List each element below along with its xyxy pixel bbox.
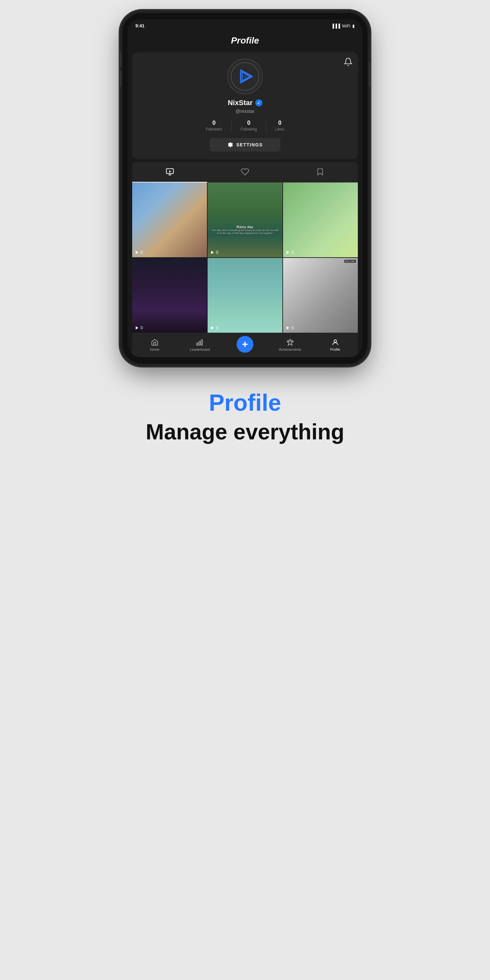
status-bar: 9:41 ▐▐▐ WiFi ▮	[128, 19, 362, 32]
likes-label: Likes	[275, 127, 284, 132]
achievements-icon	[286, 339, 294, 346]
status-icons: ▐▐▐ WiFi ▮	[331, 24, 355, 29]
heart-icon	[241, 168, 249, 176]
svg-point-16	[291, 340, 293, 341]
power-button[interactable]	[369, 61, 371, 87]
volume-up-button[interactable]	[119, 52, 121, 68]
video-count-3: 0	[286, 250, 294, 255]
following-label: Following	[240, 127, 257, 132]
video-count-1: 0	[135, 250, 143, 255]
likes-count: 0	[278, 119, 282, 126]
content-tabs	[132, 162, 358, 183]
achievements-label: Achievements	[279, 347, 301, 352]
bottom-section: Profile Manage everything	[0, 364, 490, 464]
followers-count: 0	[212, 119, 216, 126]
avatar-container	[138, 59, 352, 94]
svg-marker-7	[286, 250, 289, 254]
page-title: Profile	[231, 35, 259, 45]
settings-button[interactable]: SETTINGS	[210, 138, 280, 151]
profile-name-row: NixStar ✓	[138, 99, 352, 107]
svg-marker-8	[136, 326, 138, 329]
video-thumb-2[interactable]: Rainy day The day when everything felt l…	[208, 183, 282, 257]
video-count-5: 0	[210, 325, 218, 330]
nav-item-add[interactable]	[223, 336, 267, 354]
followers-stat[interactable]: 0 Followers	[197, 119, 231, 132]
video-thumb-1[interactable]: 0	[132, 183, 207, 257]
page-header: Profile	[128, 32, 362, 49]
tab-videos[interactable]	[132, 162, 207, 183]
profile-card: NixStar ✓ @nixstar 0 Followers 0 Followi…	[132, 52, 358, 159]
videos-icon	[166, 168, 174, 176]
notification-button[interactable]	[344, 57, 353, 67]
tab-likes[interactable]	[207, 162, 282, 183]
svg-marker-9	[211, 326, 214, 329]
leaderboard-label: Leaderboard	[190, 347, 210, 352]
videos-grid: 0 Rainy day The day when everything felt…	[132, 183, 358, 332]
brand-logo	[231, 62, 259, 91]
nav-item-profile[interactable]: Profile	[313, 339, 358, 352]
nav-item-achievements[interactable]: Achievements	[267, 339, 313, 352]
svg-rect-11	[197, 343, 198, 345]
plus-icon	[240, 340, 250, 349]
followers-label: Followers	[206, 127, 222, 132]
add-button[interactable]	[237, 336, 253, 353]
video-count-4: 0	[135, 325, 143, 330]
status-time: 9:41	[135, 23, 145, 29]
following-count: 0	[247, 119, 250, 126]
avatar	[227, 59, 263, 94]
bottom-profile-title: Profile	[6, 390, 484, 416]
svg-rect-12	[199, 341, 200, 345]
profile-handle: @nixstar	[138, 108, 352, 114]
settings-label: SETTINGS	[236, 142, 263, 147]
video-count-2: 0	[210, 250, 218, 255]
stats-row: 0 Followers 0 Following 0 Likes	[138, 119, 352, 132]
wifi-icon: WiFi	[342, 24, 350, 29]
profile-nav-icon	[331, 339, 339, 346]
svg-marker-5	[136, 250, 138, 254]
video-thumb-6[interactable]: NO LOW 0	[283, 258, 358, 332]
video-thumb-4[interactable]: 0	[132, 258, 207, 332]
volume-down-button[interactable]	[119, 71, 121, 87]
video-thumb-5[interactable]: 0	[208, 258, 282, 332]
svg-point-18	[334, 340, 337, 342]
svg-point-17	[288, 340, 289, 341]
svg-rect-13	[201, 340, 202, 345]
nav-item-leaderboard[interactable]: Leaderboard	[177, 339, 223, 352]
bottom-nav: Home Leaderboard	[132, 332, 358, 357]
following-stat[interactable]: 0 Following	[231, 119, 266, 132]
svg-marker-6	[211, 250, 214, 254]
video-count-6: 0	[286, 325, 294, 330]
tab-bookmarks[interactable]	[283, 162, 358, 183]
leaderboard-icon	[196, 339, 204, 346]
bookmark-icon	[316, 168, 324, 176]
signal-icon: ▐▐▐	[331, 24, 340, 29]
battery-icon: ▮	[352, 24, 355, 29]
svg-marker-4	[169, 170, 171, 173]
profile-name: NixStar	[228, 99, 252, 107]
likes-stat[interactable]: 0 Likes	[266, 119, 293, 132]
verified-badge: ✓	[255, 99, 262, 107]
bottom-subtitle: Manage everything	[6, 419, 484, 444]
profile-nav-label: Profile	[330, 347, 340, 352]
phone-shell: 9:41 ▐▐▐ WiFi ▮ Profile	[123, 13, 368, 364]
home-icon	[151, 339, 159, 346]
home-label: Home	[150, 347, 159, 352]
video-thumb-3[interactable]: 0	[283, 183, 358, 257]
gear-icon	[227, 142, 233, 148]
nav-item-home[interactable]: Home	[132, 339, 177, 352]
phone-screen: 9:41 ▐▐▐ WiFi ▮ Profile	[128, 19, 362, 357]
svg-marker-10	[286, 326, 289, 329]
